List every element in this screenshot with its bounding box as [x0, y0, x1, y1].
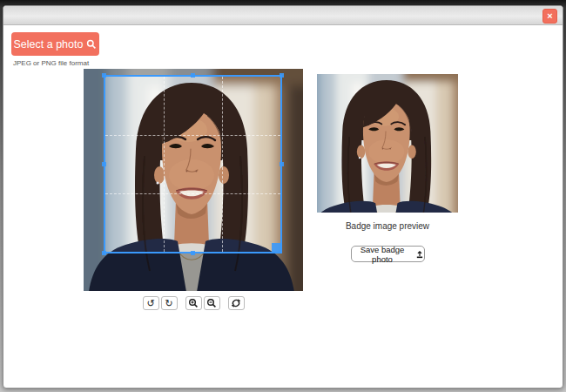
upload-icon — [415, 249, 424, 259]
crop-handle-sw[interactable] — [102, 251, 106, 255]
save-badge-button[interactable]: Save badge photo — [351, 246, 425, 262]
select-photo-label: Select a photo — [14, 38, 84, 51]
crop-handle-nw[interactable] — [102, 73, 106, 78]
select-photo-button[interactable]: Select a photo — [11, 32, 99, 56]
crop-box[interactable] — [104, 75, 282, 253]
crop-handle-n[interactable] — [191, 73, 195, 78]
crop-handle-s[interactable] — [191, 251, 195, 255]
crop-handle-w[interactable] — [102, 162, 106, 166]
rotate-right-button[interactable]: ↻ — [161, 296, 178, 310]
crop-canvas[interactable] — [84, 69, 303, 291]
crop-handle-se[interactable] — [272, 243, 282, 253]
crop-grid-line — [222, 77, 223, 252]
magnifier-icon — [86, 39, 97, 50]
photo-upload-modal: × Select a photo JPEG or PNG file format — [3, 5, 563, 389]
zoom-out-button[interactable] — [204, 296, 220, 310]
crop-handle-e[interactable] — [280, 162, 284, 166]
crop-grid-line — [164, 77, 165, 252]
rotate-right-icon: ↻ — [165, 298, 172, 309]
rotate-left-icon: ↺ — [146, 298, 154, 309]
save-badge-label: Save badge photo — [352, 245, 413, 264]
close-icon: × — [547, 10, 552, 21]
zoom-out-icon — [206, 298, 217, 308]
close-button[interactable]: × — [542, 9, 557, 24]
preview-caption: Badge image preview — [317, 221, 458, 231]
cropper-toolbar: ↺ ↻ — [84, 296, 303, 310]
crop-handle-ne[interactable] — [280, 73, 284, 78]
crop-grid-line — [105, 193, 280, 194]
reset-icon — [231, 298, 241, 308]
format-hint: JPEG or PNG file format — [13, 59, 89, 67]
rotate-left-button[interactable]: ↺ — [143, 296, 159, 310]
crop-grid-line — [105, 135, 280, 136]
reset-button[interactable] — [228, 296, 245, 310]
zoom-in-icon — [188, 298, 199, 308]
badge-preview-image — [317, 74, 458, 213]
modal-header: × — [3, 6, 563, 25]
zoom-in-button[interactable] — [185, 296, 202, 310]
